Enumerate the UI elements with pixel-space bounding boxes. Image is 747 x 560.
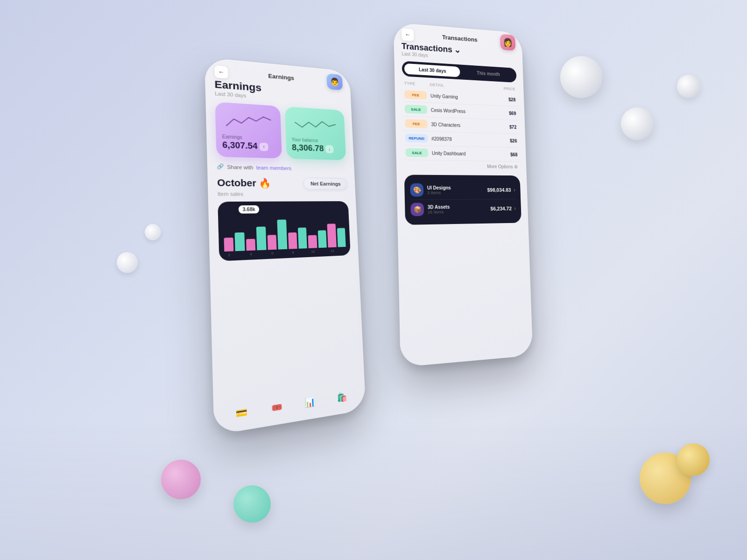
- left-phone: ← Earnings 👨 Earnings Last 30 days Earni…: [204, 57, 366, 435]
- right-avatar-icon: 👩: [500, 34, 516, 50]
- toggle-row: Last 30 days This month: [402, 61, 517, 83]
- right-back-button[interactable]: ←: [401, 28, 415, 42]
- ui-designs-amount: $98,034.83: [487, 187, 511, 193]
- bar-2: [235, 232, 245, 251]
- october-row: October 🔥 Net Earnings: [217, 176, 347, 189]
- ui-designs-sub: 3 Items: [427, 190, 487, 195]
- nav-shop[interactable]: 🛍️: [333, 388, 351, 407]
- trans-detail-4: #2098378: [428, 136, 500, 143]
- badge-sale-1: SALE: [405, 105, 427, 114]
- ui-designs-name: UI Designs: [427, 185, 487, 190]
- earnings-arrow-badge: ↑: [260, 142, 268, 151]
- ui-designs-arrow: ›: [514, 187, 515, 193]
- bar-8: [298, 227, 307, 249]
- transactions-content: Transactions ⌄ Last 30 days Last 30 days…: [402, 41, 521, 225]
- badge-refund-1: REFUND: [405, 133, 428, 142]
- october-title: October 🔥: [217, 177, 271, 189]
- left-avatar-icon: 👨: [326, 73, 343, 90]
- bar-6: [277, 219, 287, 249]
- trans-detail-5: Unity Dashboard: [428, 150, 500, 157]
- bar-11: [327, 224, 337, 248]
- bar-label-2: [235, 253, 245, 257]
- balance-arrow-badge: ↓: [325, 145, 334, 153]
- badge-sale-2: SALE: [406, 148, 429, 157]
- bar-label-12: [338, 249, 346, 252]
- 3d-assets-arrow: ›: [514, 205, 516, 212]
- bar-label-9: 10: [309, 250, 317, 253]
- bar-5: [267, 235, 276, 250]
- balance-card-value: 8,306.78 ↓: [292, 143, 341, 154]
- trans-price-4: $26: [500, 138, 517, 143]
- left-back-button[interactable]: ←: [214, 64, 228, 79]
- bar-label-7: 8: [289, 251, 297, 254]
- sphere-mint: [233, 485, 271, 523]
- ui-designs-icon: 🎨: [410, 183, 423, 197]
- bar-label-11: 12: [328, 249, 337, 253]
- badge-fee-2: FEE: [405, 119, 427, 128]
- trans-price-1: $28: [499, 97, 516, 102]
- nav-coupon[interactable]: 🎟️: [268, 397, 286, 418]
- trans-detail-1: Unity Gaming: [427, 93, 499, 101]
- 3d-assets-icon: 📦: [410, 203, 424, 216]
- bar-1: [224, 238, 234, 252]
- trans-detail-3: 3D Characters: [427, 121, 500, 129]
- 3d-assets-info: 3D Assets 16 Items: [428, 204, 491, 214]
- share-link[interactable]: team members: [256, 165, 292, 171]
- bar-label-10: [318, 249, 327, 253]
- phones-container: ← Earnings 👨 Earnings Last 30 days Earni…: [117, 23, 630, 490]
- right-phone-title: Transactions: [442, 34, 478, 43]
- portfolio-card: 🎨 UI Designs 3 Items $98,034.83 › 📦 3D A…: [404, 175, 521, 224]
- bar-label-8: [299, 250, 308, 254]
- bar-10: [318, 230, 327, 248]
- th-price: PRICE: [498, 86, 515, 91]
- left-phone-title: Earnings: [268, 72, 294, 81]
- bar-9: [308, 235, 317, 248]
- 3d-assets-sub: 16 Items: [428, 209, 491, 215]
- bar-4: [256, 226, 266, 250]
- bottom-nav: 💳 🎟️ 📊 🛍️: [223, 385, 358, 427]
- bar-12: [337, 228, 346, 247]
- trans-price-3: $72: [500, 124, 517, 130]
- bar-label-1: 2: [224, 253, 234, 257]
- bar-7: [288, 232, 297, 249]
- balance-card: Your balance 8,306.78 ↓: [285, 106, 346, 160]
- earnings-card: Earnings 6,307.54 ↑: [215, 102, 282, 158]
- badge-fee-1: FEE: [404, 90, 427, 99]
- 3d-assets-amount: $6,234.72: [490, 206, 512, 211]
- nav-chart[interactable]: 📊: [301, 392, 319, 413]
- portfolio-row-2[interactable]: 📦 3D Assets 16 Items $6,234.72 ›: [410, 199, 516, 219]
- bar-chart-container: 3.68k 2 4 6: [218, 201, 351, 261]
- portfolio-row-1[interactable]: 🎨 UI Designs 3 Items $98,034.83 ›: [410, 181, 515, 200]
- more-options-button[interactable]: More Options ⚙: [404, 160, 520, 172]
- bar-label-5: 6: [268, 252, 277, 255]
- earnings-mini-chart: [221, 109, 275, 133]
- right-phone: ← Transactions 👩 Transactions ⌄ Last 30 …: [394, 22, 533, 367]
- bar-label-6: [278, 251, 287, 255]
- sphere-decoration-3: [677, 75, 700, 98]
- trans-row-5[interactable]: SALE Unity Dashboard $68: [403, 146, 519, 162]
- toggle-this-month[interactable]: This month: [462, 67, 514, 80]
- bar-label-3: 4: [247, 252, 256, 256]
- nav-wallet[interactable]: 💳: [232, 402, 252, 424]
- bar-3: [246, 238, 256, 251]
- earnings-card-value: 6,307.54 ↑: [222, 140, 276, 152]
- trans-price-5: $68: [500, 152, 518, 157]
- chart-tooltip: 3.68k: [239, 205, 260, 214]
- chevron-icon: ⌄: [454, 45, 461, 55]
- trans-detail-2: Cesis WordPress: [427, 107, 499, 115]
- item-sales-label: Item sales: [218, 191, 348, 197]
- right-avatar-button[interactable]: 👩: [500, 34, 516, 50]
- sphere-yellow-2: [677, 443, 710, 476]
- trans-price-2: $69: [499, 110, 516, 116]
- sphere-yellow-1: [640, 453, 691, 504]
- share-text: Share with: [227, 164, 253, 170]
- left-avatar-button[interactable]: 👨: [326, 73, 343, 90]
- ui-designs-info: UI Designs 3 Items: [427, 185, 487, 195]
- link-icon: 🔗: [217, 163, 224, 170]
- th-type: TYPE: [404, 81, 430, 87]
- net-earnings-button[interactable]: Net Earnings: [303, 178, 348, 190]
- balance-mini-chart: [290, 113, 339, 135]
- share-row: 🔗 Share with team members: [217, 163, 346, 172]
- toggle-30-days[interactable]: Last 30 days: [404, 63, 460, 77]
- bar-label-4: [257, 252, 267, 256]
